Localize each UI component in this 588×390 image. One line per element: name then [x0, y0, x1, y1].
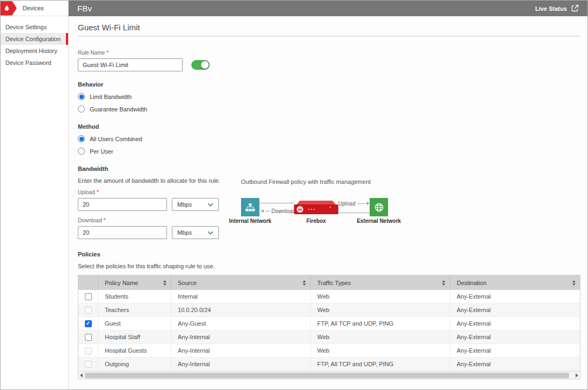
sidebar-item-device-settings[interactable]: Device Settings: [1, 21, 68, 33]
policy-row-students: StudentsInternalWebAny-External: [78, 290, 580, 303]
method-heading: Method: [78, 123, 579, 130]
cell-policy-name: Guest: [98, 317, 171, 330]
device-title: FBv: [77, 4, 92, 13]
policies-description: Select the policies for this traffic sha…: [78, 263, 579, 269]
upload-unit-select[interactable]: Mbps: [172, 198, 219, 211]
table-header-row: Policy Name Source Traffic Types Destina…: [78, 275, 580, 290]
cell-source: Any-Internal: [171, 330, 311, 343]
cell-source: Internal: [171, 290, 311, 303]
policies-table: Policy Name Source Traffic Types Destina…: [78, 275, 580, 379]
policies-section: Policies Select the policies for this tr…: [78, 251, 579, 379]
column-header-destination[interactable]: Destination: [450, 275, 580, 290]
horizontal-scrollbar[interactable]: [78, 371, 580, 379]
policies-heading: Policies: [78, 251, 579, 257]
sort-icon[interactable]: [303, 280, 306, 286]
column-header-policy-name[interactable]: Policy Name: [98, 275, 171, 290]
scroll-left-icon[interactable]: [80, 373, 83, 378]
required-asterisk: *: [103, 217, 105, 223]
upload-arrow: Upload: [338, 200, 370, 207]
upload-label-text: Upload: [78, 189, 95, 195]
rule-name-label: Rule Name*: [78, 50, 579, 56]
cell-destination: Any-External: [450, 330, 580, 343]
method-option-per-user[interactable]: Per User: [78, 148, 579, 155]
rule-enabled-toggle[interactable]: [191, 60, 210, 70]
watchguard-flame-icon: [1, 1, 17, 16]
column-label: Traffic Types: [317, 280, 351, 286]
cell-destination: Any-External: [450, 358, 580, 371]
sidebar-item-device-configuration[interactable]: Device Configuration: [1, 33, 68, 45]
cell-source: Any-Guest: [171, 317, 311, 330]
cell-policy-name: Outgoing: [98, 358, 171, 371]
table-body: StudentsInternalWebAny-ExternalTeachers1…: [78, 290, 580, 371]
traffic-diagram: Outbound Firewall policy with traffic ma…: [241, 179, 404, 233]
policy-row-guest: GuestAny-GuestFTP, All TCP and UDP, PING…: [78, 317, 580, 330]
method-option-all-users-combined[interactable]: All Users Combined: [78, 135, 579, 142]
download-label-text: Download: [78, 217, 102, 223]
policy-checkbox[interactable]: [85, 293, 92, 300]
policy-checkbox[interactable]: [85, 320, 92, 327]
sort-icon[interactable]: [442, 280, 445, 286]
firebox-logo: W: [297, 206, 303, 213]
cell-traffic-types: Web: [311, 303, 450, 316]
firebox-label: Firebox: [294, 218, 338, 224]
cell-policy-name: Hospital Guests: [98, 344, 171, 357]
sort-icon[interactable]: [163, 280, 166, 286]
sidebar: Devices Device SettingsDevice Configurat…: [1, 1, 69, 389]
rule-name-field: Rule Name*: [78, 50, 579, 71]
radio-button[interactable]: [78, 105, 85, 113]
policy-row-hospital-guests: Hospital GuestsAny-InternalWebAny-Extern…: [78, 344, 580, 358]
policy-checkbox: [85, 307, 92, 314]
cell-checkbox: [78, 330, 98, 343]
rule-name-label-text: Rule Name: [78, 50, 105, 56]
sidebar-brand-label: Devices: [23, 5, 44, 11]
cell-traffic-types: Web: [311, 290, 450, 303]
column-label: Destination: [457, 280, 486, 286]
required-asterisk: *: [106, 50, 109, 56]
sidebar-item-device-password[interactable]: Device Password: [1, 57, 68, 69]
column-header-traffic-types[interactable]: Traffic Types: [311, 275, 450, 290]
radio-label: Guarantee Bandwidth: [90, 106, 147, 113]
required-asterisk: *: [97, 189, 99, 195]
download-arrow-label: Download: [271, 208, 295, 214]
external-network-label: External Network: [353, 218, 404, 224]
behavior-option-limit-bandwidth[interactable]: Limit Bandwidth: [78, 93, 579, 100]
radio-label: All Users Combined: [90, 136, 142, 142]
scroll-right-icon[interactable]: [576, 373, 578, 378]
page-title: Guest Wi-Fi Limit: [78, 23, 579, 32]
bandwidth-heading: Bandwidth: [78, 166, 579, 172]
download-unit-select[interactable]: Mbps: [172, 226, 219, 239]
rule-name-input[interactable]: [78, 58, 183, 71]
scrollbar-thumb[interactable]: [85, 373, 569, 378]
radio-button[interactable]: [78, 135, 85, 142]
cell-policy-name: Students: [98, 290, 171, 303]
diagram-line: [259, 203, 294, 203]
radio-button[interactable]: [78, 148, 85, 155]
policy-checkbox[interactable]: [85, 334, 92, 341]
cell-traffic-types: FTP, All TCP and UDP, PING: [311, 317, 450, 330]
radio-button[interactable]: [78, 93, 85, 100]
policy-checkbox: [85, 361, 92, 368]
sidebar-item-deployment-history[interactable]: Deployment History: [1, 45, 68, 57]
method-radio-group: All Users CombinedPer User: [78, 135, 579, 155]
cell-source: 10.0.20.0/24: [171, 303, 311, 316]
sort-icon[interactable]: [572, 280, 576, 286]
chevron-down-icon: [208, 229, 213, 236]
firebox-appliance-icon: W: [294, 201, 338, 215]
internal-network-icon: [241, 198, 259, 216]
cell-checkbox: [78, 290, 98, 303]
download-value-input[interactable]: [78, 226, 167, 239]
column-label: Source: [178, 280, 197, 286]
upload-value-input[interactable]: [78, 198, 167, 211]
column-header-source[interactable]: Source: [171, 275, 311, 290]
column-label: Policy Name: [105, 280, 138, 286]
behavior-option-guarantee-bandwidth[interactable]: Guarantee Bandwidth: [78, 105, 579, 113]
policy-row-hospital-staff: Hospital StaffAny-InternalWebAny-Externa…: [78, 330, 580, 344]
cell-checkbox: [78, 317, 98, 330]
live-status-link[interactable]: Live Status: [535, 4, 579, 13]
download-unit-value: Mbps: [177, 229, 192, 236]
live-status-label: Live Status: [535, 5, 567, 12]
checkbox-column-header: [78, 275, 98, 290]
cell-traffic-types: Web: [311, 344, 450, 357]
sidebar-brand[interactable]: Devices: [1, 1, 68, 16]
cell-checkbox: [78, 358, 98, 371]
